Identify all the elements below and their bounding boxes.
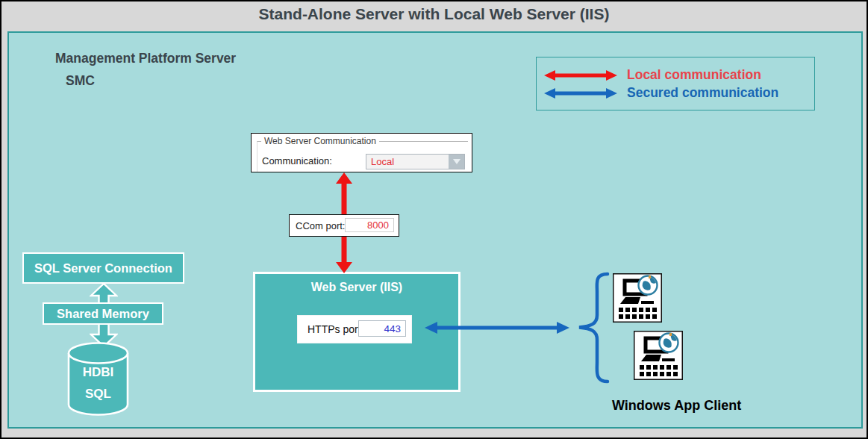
web-server-iis-title: Web Server (IIS) bbox=[255, 281, 458, 294]
web-comm-panel: Web Server Communication Communication: … bbox=[251, 133, 472, 172]
desktop-globe-icon bbox=[634, 331, 683, 380]
platform-subtitle: SMC bbox=[66, 73, 95, 89]
clients-brace bbox=[575, 272, 611, 384]
ccom-port-label: CCom port: bbox=[296, 220, 345, 231]
shared-memory-box: Shared Memory bbox=[43, 302, 163, 325]
page-title: Stand-Alone Server with Local Web Server… bbox=[1, 5, 867, 23]
legend-secured-label: Secured communication bbox=[627, 85, 778, 101]
communication-label: Communication: bbox=[262, 155, 332, 166]
secured-communication-arrow bbox=[425, 322, 569, 334]
dropdown-button[interactable] bbox=[449, 155, 464, 169]
blue-double-arrow-icon bbox=[544, 88, 617, 99]
sql-server-connection-label: SQL Server Connection bbox=[34, 261, 172, 275]
shared-memory-label: Shared Memory bbox=[57, 307, 149, 321]
communication-dropdown-value: Local bbox=[366, 156, 449, 167]
https-port-label: HTTPs port: bbox=[307, 323, 363, 335]
platform-title: Management Platform Server bbox=[55, 51, 236, 66]
legend-box bbox=[536, 57, 815, 110]
database-label-line2: SQL bbox=[67, 387, 129, 402]
groupbox-label: Web Server Communication bbox=[261, 136, 379, 146]
windows-app-client-label: Windows App Client bbox=[612, 398, 741, 414]
chevron-down-icon bbox=[453, 159, 460, 164]
sql-server-connection-box: SQL Server Connection bbox=[22, 252, 184, 284]
https-port-input[interactable] bbox=[358, 320, 406, 337]
legend-local-label: Local communication bbox=[627, 67, 761, 83]
diagram-stage: Stand-Alone Server with Local Web Server… bbox=[0, 0, 868, 439]
ccom-port-input[interactable] bbox=[345, 218, 394, 232]
ccom-port-box: CCom port: bbox=[289, 214, 399, 237]
database-label-line1: HDBI bbox=[67, 365, 129, 380]
red-double-arrow-icon bbox=[544, 70, 617, 81]
https-port-box: HTTPs port: bbox=[297, 315, 412, 343]
desktop-globe-icon bbox=[613, 273, 662, 323]
communication-dropdown[interactable]: Local bbox=[366, 154, 465, 169]
